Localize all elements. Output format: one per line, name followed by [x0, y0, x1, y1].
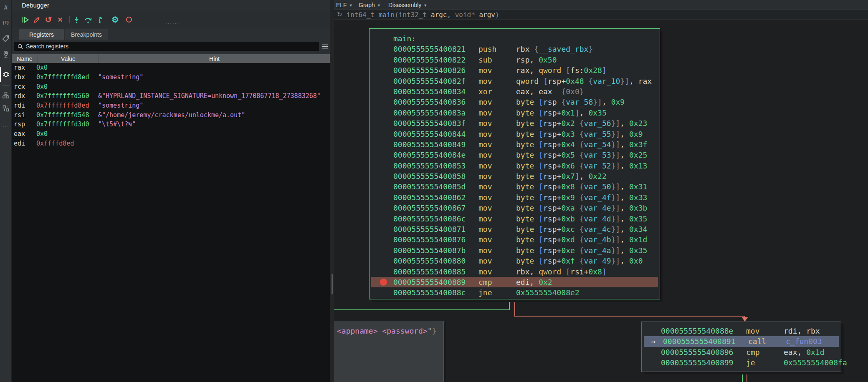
register-row-edi[interactable]: edi0xffffd8ed: [12, 139, 330, 148]
stack-view-icon[interactable]: [0, 104, 12, 113]
register-row-rdi[interactable]: rdi0x7fffffffd8ed"somestring": [12, 101, 330, 111]
tags-icon[interactable]: [0, 34, 12, 43]
more-panels-icon[interactable]: ···: [0, 123, 12, 129]
token: }: [611, 119, 616, 128]
token: 0x23: [629, 119, 647, 128]
sidebar-divider: [2, 85, 10, 85]
asm-line-0000555555400858[interactable]: 0000555555400858movbyte [rsp+0x7], 0x22: [369, 171, 660, 181]
register-list-options-button[interactable]: [321, 43, 329, 50]
tab-breakpoints[interactable]: Breakpoints: [65, 29, 108, 40]
mini-graph-icon[interactable]: [0, 91, 12, 99]
menu-label: ELF: [336, 2, 347, 8]
asm-line-000055555540082f[interactable]: 000055555540082fmovqword [rsp+0x48 {var_…: [369, 76, 660, 86]
token: byte: [516, 161, 539, 170]
asm-line-0000555555400876[interactable]: 0000555555400876movbyte [rsp+0xd {var_4b…: [369, 234, 660, 245]
register-row-rax[interactable]: rax0x0: [12, 63, 330, 73]
register-value: 0x7fffffffd3d0: [36, 121, 98, 128]
token: ]: [615, 225, 620, 234]
token: 0x48: [566, 77, 584, 85]
register-table-header: NameValueHint: [12, 54, 330, 63]
restart-button[interactable]: ↺: [44, 15, 53, 25]
search-registers-input[interactable]: Search registers: [14, 42, 319, 51]
token: var_55: [584, 130, 611, 138]
asm-line-0000555555400826[interactable]: 0000555555400826movrax, qword [fs:0x28]: [369, 65, 660, 75]
token: ]: [615, 140, 620, 149]
memory-map-icon[interactable]: [0, 50, 12, 59]
asm-line-0000555555400836[interactable]: 0000555555400836movbyte [rsp {var_58}], …: [369, 97, 660, 107]
asm-line-0000555555400853[interactable]: 0000555555400853movbyte [rsp+0x6 {var_52…: [369, 161, 660, 171]
register-row-rbx[interactable]: rbx0x7fffffffd8ed"somestring": [12, 73, 330, 82]
basic-block-string[interactable]: <appname> <password>"}: [334, 321, 444, 382]
reanalyze-icon[interactable]: ↻: [337, 11, 342, 18]
register-row-rsp[interactable]: rsp0x7fffffffd3d0"\t5#\t?%": [12, 120, 330, 129]
asm-line-000055555540083a[interactable]: 000055555540083amovbyte [rsp+0x1], 0x35: [369, 108, 660, 118]
breakpoint-dot[interactable]: [380, 279, 387, 286]
menu-elf[interactable]: ELF▼: [336, 0, 353, 10]
token: __saved_rbx: [539, 45, 588, 53]
resume-button[interactable]: [20, 15, 30, 25]
address: 000055555540088c: [393, 287, 478, 298]
debugger-icon[interactable]: [0, 69, 12, 78]
step-over-button[interactable]: [84, 15, 93, 25]
address: 000055555540084e: [393, 150, 478, 160]
token: var_4d: [584, 214, 611, 223]
step-return-button[interactable]: [95, 15, 104, 25]
token: 0x34: [629, 225, 647, 234]
attach-button[interactable]: [32, 15, 41, 25]
function-signature-bar: ↻int64_t main(int32_t argc, void* argv): [334, 10, 868, 20]
xrefs-icon[interactable]: #: [0, 3, 12, 11]
breakpoint-circle-icon: [126, 17, 132, 23]
asm-line-000055555540086c[interactable]: 000055555540086cmovbyte [rsp+0xb {var_4d…: [369, 214, 660, 224]
basic-block-main[interactable]: main:0000555555400821pushrbx {__saved_rb…: [369, 28, 660, 299]
register-row-rcx[interactable]: rcx0x0: [12, 82, 330, 91]
register-row-rsi[interactable]: rsi0x7fffffffd548&"/home/jeremy/crackmes…: [12, 110, 330, 120]
asm-line-0000555555400899[interactable]: 0000555555400899je0x5555554008fa: [642, 357, 841, 368]
stop-button[interactable]: ×: [56, 15, 65, 25]
asm-line-0000555555400849[interactable]: 0000555555400849movbyte [rsp+0x4 {var_54…: [369, 139, 660, 150]
asm-line-000055555540088c[interactable]: 000055555540088cjne0x5555554008e2: [369, 287, 660, 298]
asm-line-000055555540085d[interactable]: 000055555540085dmovbyte [rsp+0x8 {var_50…: [369, 181, 660, 192]
mnemonic: mov: [478, 65, 516, 75]
menu-disassembly[interactable]: Disassembly▼: [388, 0, 427, 10]
asm-line-0000555555400862[interactable]: 0000555555400862movbyte [rsp+0x9 {var_4f…: [369, 192, 660, 203]
register-value: 0x0: [36, 64, 98, 71]
graph-canvas[interactable]: main:0000555555400821pushrbx {__saved_rb…: [334, 20, 868, 382]
asm-line-0000555555400844[interactable]: 0000555555400844movbyte [rsp+0x3 {var_55…: [369, 129, 660, 139]
basic-block-call[interactable]: 000055555540088emovrdi, rbx→000055555540…: [641, 322, 841, 372]
toggle-breakpoint-button[interactable]: [124, 15, 134, 25]
asm-line-0000555555400867[interactable]: 0000555555400867movbyte [rsp+0xa {var_4e…: [369, 203, 660, 213]
token: 0x5555554008fa: [784, 358, 847, 367]
panel-splitter[interactable]: [330, 0, 334, 382]
address: 000055555540088e: [661, 326, 746, 336]
token: qword: [539, 66, 566, 75]
token: ]: [615, 214, 620, 223]
types-icon[interactable]: {T}: [0, 18, 12, 27]
asm-line-0000555555400880[interactable]: 0000555555400880movbyte [rsp+0xf {var_49…: [369, 256, 660, 266]
asm-line-0000555555400821[interactable]: 0000555555400821pushrbx {__saved_rbx}: [369, 44, 660, 54]
token: }: [620, 77, 625, 85]
asm-line-0000555555400889[interactable]: 0000555555400889cmpedi, 0x2: [371, 277, 658, 287]
mnemonic: je: [746, 357, 784, 368]
asm-line-000055555540088e[interactable]: 000055555540088emovrdi, rbx: [642, 326, 841, 336]
chevron-down-icon: ▼: [349, 3, 353, 8]
settings-button[interactable]: ⚙: [111, 15, 120, 25]
asm-line-0000555555400896[interactable]: 0000555555400896cmpeax, 0x1d: [642, 347, 841, 357]
register-row-eax[interactable]: eax0x0: [12, 129, 330, 139]
token: 0x9: [629, 130, 643, 138]
token: var_4e: [584, 204, 611, 212]
asm-line-000055555540087b[interactable]: 000055555540087bmovbyte [rsp+0xe {var_4a…: [369, 245, 660, 256]
graph-scrollbar-thumb[interactable]: [332, 274, 333, 294]
asm-line-000055555540084e[interactable]: 000055555540084emovbyte [rsp+0x5 {var_53…: [369, 150, 660, 160]
asm-line-0000555555400822[interactable]: 0000555555400822subrsp, 0x50: [369, 55, 660, 65]
step-into-button[interactable]: [72, 15, 81, 25]
asm-line-0000555555400834[interactable]: 0000555555400834xoreax, eax {0x0}: [369, 86, 660, 97]
menu-graph[interactable]: Graph▼: [359, 0, 381, 10]
token: 0x28: [584, 66, 602, 75]
asm-line-000055555540083f[interactable]: 000055555540083fmovbyte [rsp+0x2 {var_56…: [369, 118, 660, 128]
asm-line-0000555555400891[interactable]: →0000555555400891callc_fun003: [644, 336, 839, 347]
asm-line-0000555555400871[interactable]: 0000555555400871movbyte [rsp+0xc {var_4c…: [369, 224, 660, 234]
tab-registers[interactable]: Registers: [19, 29, 64, 40]
register-row-rdx[interactable]: rdx0x7fffffffd560&"HYPRLAND_INSTANCE_SIG…: [12, 91, 330, 101]
asm-line-0000555555400885[interactable]: 0000555555400885movrbx, qword [rsi+0x8]: [369, 266, 660, 277]
panel-drag-handle[interactable]: ······: [165, 21, 180, 26]
